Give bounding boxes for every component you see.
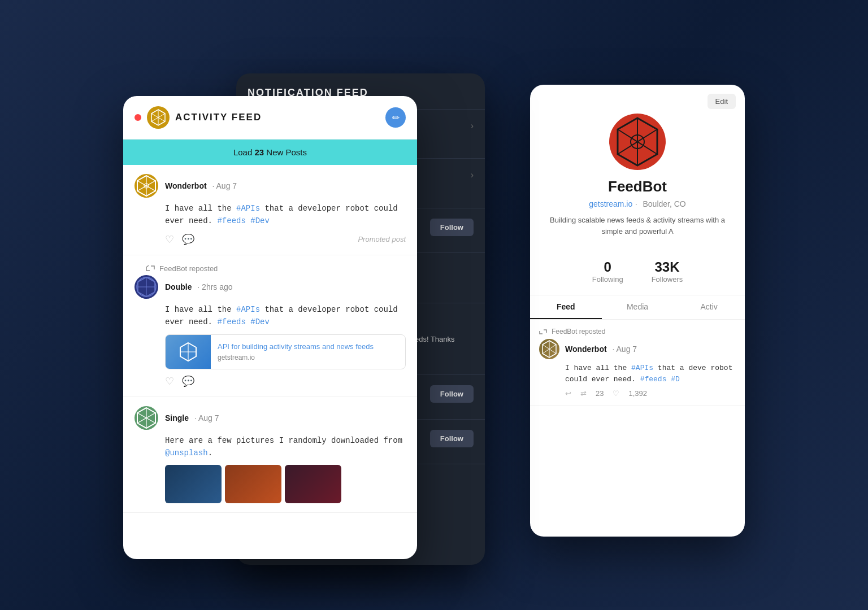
profile-card: Edit FeedBot getstream.io · Boulder, CO … — [530, 85, 745, 537]
profile-avatar — [609, 114, 666, 170]
comment-icon[interactable]: 💬 — [182, 375, 194, 387]
hex-logo-icon — [149, 108, 167, 127]
profile-post-actions: ↩ ⇄ 23 ♡ 1,392 — [565, 389, 736, 398]
profile-post-header: Wonderbot · Aug 7 — [539, 339, 736, 359]
edit-profile-button[interactable]: Edit — [708, 94, 736, 109]
post-item: Wonderbot · Aug 7 I have all the #APIs t… — [123, 165, 417, 255]
tab-activity[interactable]: Activ — [673, 295, 745, 319]
post-header: Wonderbot · Aug 7 — [134, 174, 406, 198]
post-header: Single · Aug 7 — [134, 406, 406, 430]
post-body: Here are a few pictures I randomly downl… — [165, 434, 406, 460]
image-thumbnails — [165, 465, 406, 503]
post-body: I have all the #APIs that a developer ro… — [165, 303, 406, 329]
post-meta: Single · Aug 7 — [165, 413, 219, 422]
post-item: FeedBot reposted Double · 2hrs ago — [123, 255, 417, 397]
hashtag-d[interactable]: #D — [666, 375, 679, 384]
profile-bio: Building scalable news feeds & activity … — [541, 215, 734, 237]
like-count: 1,392 — [628, 389, 647, 398]
follow-button[interactable]: Follow — [430, 430, 474, 447]
hashtag-dev[interactable]: #Dev — [246, 317, 270, 326]
profile-stats: 0 Following 33K Followers — [530, 248, 745, 295]
link-preview-content: API for building activity streams and ne… — [211, 337, 380, 365]
wonderbot-small-avatar-icon — [539, 339, 559, 359]
promoted-label: Promoted post — [358, 235, 406, 243]
activity-header: ACTIVITY FEED ✏ — [123, 96, 417, 140]
followers-label: Followers — [652, 275, 683, 284]
link-thumb-icon — [177, 341, 199, 363]
profile-site-location: getstream.io · Boulder, CO — [589, 199, 686, 209]
post-username: Double — [165, 282, 192, 291]
post-date: · Aug 7 — [194, 413, 219, 422]
profile-post: FeedBot reposted Wonderbot · Aug 7 — [530, 320, 745, 406]
single-avatar-icon — [134, 406, 158, 430]
hashtag-feeds[interactable]: #feeds — [217, 317, 245, 326]
hashtag-feeds[interactable]: #feeds — [640, 375, 667, 384]
profile-site[interactable]: getstream.io — [589, 199, 632, 208]
feedbot-avatar-icon — [609, 114, 666, 170]
follow-button[interactable]: Follow — [430, 385, 474, 403]
double-avatar-icon — [134, 275, 158, 299]
followers-stat: 33K Followers — [652, 259, 683, 284]
following-label: Following — [592, 275, 623, 284]
post-header: Double · 2hrs ago — [134, 275, 406, 299]
profile-name: FeedBot — [608, 178, 667, 195]
single-avatar — [134, 406, 158, 430]
repost-icon — [539, 329, 547, 335]
link-preview-domain: getstream.io — [218, 354, 374, 361]
profile-avatar-section: FeedBot getstream.io · Boulder, CO Build… — [530, 114, 745, 248]
post-meta: Wonderbot · Aug 7 — [165, 181, 237, 190]
load-bar-suffix: New Posts — [266, 147, 307, 157]
hashtag-apis[interactable]: #APIs — [236, 305, 260, 314]
follow-button[interactable]: Follow — [430, 219, 474, 236]
post-username: Wonderbot — [565, 345, 607, 354]
followers-count: 33K — [652, 259, 683, 275]
profile-post-body: I have all the #APIs that a deve robot c… — [565, 363, 736, 385]
hashtag-apis[interactable]: #APIs — [236, 204, 260, 213]
repost-count: 23 — [596, 389, 604, 398]
following-count: 0 — [592, 259, 623, 275]
wonderbot-avatar-icon — [134, 174, 158, 198]
comment-icon[interactable]: 💬 — [182, 233, 194, 246]
tab-media[interactable]: Media — [602, 295, 674, 319]
load-bar[interactable]: Load 23 New Posts — [123, 140, 417, 165]
edit-button[interactable]: ✏ — [385, 107, 406, 128]
mention-unsplash[interactable]: @unsplash — [165, 448, 208, 457]
thumb-2 — [225, 465, 281, 503]
repost-icon[interactable]: ⇄ — [580, 389, 587, 398]
repost-by: FeedBot reposted — [159, 264, 218, 273]
app-avatar — [147, 106, 170, 129]
like-icon[interactable]: ♡ — [165, 233, 174, 246]
post-avatar — [134, 174, 158, 198]
tab-feed[interactable]: Feed — [530, 295, 602, 319]
cards-container: ACTIVITY FEED ✏ Load 23 New Posts — [123, 62, 745, 548]
post-item: Single · Aug 7 Here are a few pictures I… — [123, 397, 417, 513]
link-preview-thumbnail — [166, 335, 211, 369]
chevron-right-icon: › — [471, 121, 474, 131]
profile-post-avatar — [539, 339, 559, 359]
thumb-1 — [165, 465, 222, 503]
link-preview[interactable]: API for building activity streams and ne… — [165, 334, 406, 369]
like-icon[interactable]: ♡ — [165, 375, 174, 387]
repost-indicator: FeedBot reposted — [146, 264, 406, 273]
post-actions: ♡ 💬 — [165, 375, 406, 387]
post-date: · 2hrs ago — [197, 282, 232, 291]
link-preview-title: API for building activity streams and ne… — [218, 342, 374, 352]
double-avatar — [134, 275, 158, 299]
hashtag-feeds[interactable]: #feeds — [217, 216, 245, 225]
post-username: Wonderbot — [165, 181, 207, 190]
reply-icon[interactable]: ↩ — [565, 389, 571, 398]
thumb-3 — [285, 465, 341, 503]
header-left: ACTIVITY FEED — [134, 106, 262, 129]
activity-feed-title: ACTIVITY FEED — [175, 112, 262, 123]
post-date: · Aug 7 — [212, 181, 237, 190]
post-date: · Aug 7 — [613, 345, 637, 354]
hashtag-dev[interactable]: #Dev — [246, 216, 270, 225]
post-actions: ♡ 💬 Promoted post — [165, 233, 406, 246]
like-icon[interactable]: ♡ — [613, 389, 619, 398]
status-dot — [134, 114, 141, 121]
repost-icon — [146, 265, 155, 272]
profile-repost-indicator: FeedBot reposted — [539, 328, 736, 336]
profile-header: Edit — [530, 85, 745, 114]
hashtag-apis[interactable]: #APIs — [631, 364, 653, 372]
post-body: I have all the #APIs that a developer ro… — [165, 202, 406, 228]
